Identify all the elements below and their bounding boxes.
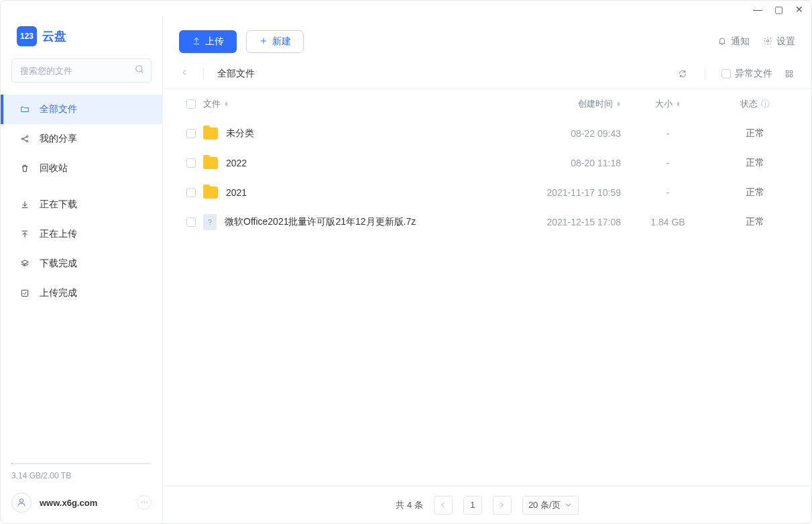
more-button[interactable]: ⋯ — [137, 495, 152, 510]
search-icon[interactable] — [134, 64, 145, 77]
gear-icon — [763, 36, 772, 48]
refresh-button[interactable] — [677, 68, 689, 80]
row-checkbox[interactable] — [186, 158, 196, 168]
sort-icon: ▲▼ — [676, 101, 681, 107]
sidebar-item-label: 正在上传 — [40, 228, 77, 240]
row-checkbox[interactable] — [186, 188, 196, 197]
top-toolbar: 上传 新建 通知 设置 — [163, 17, 811, 58]
sidebar-item-label: 全部文件 — [40, 103, 77, 115]
upload-button[interactable]: 上传 — [179, 30, 237, 53]
sidebar-item-label: 回收站 — [40, 162, 68, 174]
table-row[interactable]: 202208-20 11:18-正常 — [163, 148, 811, 178]
upload-icon — [192, 36, 201, 48]
abnormal-label: 异常文件 — [735, 68, 772, 80]
avatar-icon[interactable] — [11, 492, 32, 513]
table-row[interactable]: ?微软Office2021批量许可版21年12月更新版.7z2021-12-15… — [163, 207, 811, 237]
new-button[interactable]: 新建 — [246, 30, 304, 53]
table-row[interactable]: 未分类08-22 09:43-正常 — [163, 119, 811, 148]
page-size-select[interactable]: 20 条/页 — [522, 496, 579, 515]
user-row: www.x6g.com ⋯ — [11, 492, 152, 513]
settings-button[interactable]: 设置 — [763, 36, 795, 48]
sidebar: 123 云盘 全部文件我的分享回收站正在下载正在上传下载完成上传完成 3.14 … — [1, 17, 163, 523]
col-size[interactable]: 大小▲▼ — [621, 98, 715, 110]
minimize-button[interactable]: — — [753, 4, 762, 15]
storage-bar — [11, 463, 152, 464]
folder-icon — [203, 157, 218, 169]
next-page-button[interactable] — [493, 496, 512, 515]
sidebar-item-label: 我的分享 — [40, 133, 77, 145]
sidebar-item-2[interactable]: 回收站 — [1, 154, 162, 183]
divider — [705, 68, 705, 80]
help-icon: ⓘ — [761, 98, 770, 110]
notify-label: 通知 — [731, 36, 750, 48]
col-date[interactable]: 创建时间▲▼ — [500, 98, 621, 110]
file-name: 2022 — [226, 158, 247, 168]
svg-point-1 — [21, 138, 23, 140]
sidebar-item-4[interactable]: 正在上传 — [1, 219, 162, 249]
sidebar-item-0[interactable]: 全部文件 — [1, 95, 162, 124]
file-status: 正常 — [715, 216, 795, 228]
back-button[interactable] — [179, 67, 190, 81]
upload-done-icon — [19, 288, 30, 299]
file-date: 08-22 09:43 — [500, 128, 621, 139]
col-name[interactable]: 文件▲▼ — [203, 98, 500, 110]
file-date: 2021-12-15 17:08 — [500, 217, 621, 227]
svg-point-5 — [19, 499, 23, 503]
svg-point-2 — [26, 136, 27, 137]
file-icon: ? — [203, 214, 217, 230]
sidebar-item-3[interactable]: 正在下载 — [1, 190, 162, 219]
window-controls: — ▢ ✕ — [1, 1, 811, 17]
sub-toolbar: 全部文件 异常文件 — [163, 58, 811, 89]
brand-name: 云盘 — [42, 28, 66, 44]
file-status: 正常 — [715, 187, 795, 199]
divider — [203, 68, 204, 80]
upload-label: 上传 — [205, 36, 224, 48]
file-status: 正常 — [715, 157, 795, 169]
abnormal-checkbox[interactable] — [721, 69, 731, 78]
close-button[interactable]: ✕ — [795, 4, 803, 15]
table-header: 文件▲▼ 创建时间▲▼ 大小▲▼ 状态 ⓘ — [163, 89, 811, 119]
file-name: 2021 — [226, 187, 247, 198]
maximize-button[interactable]: ▢ — [774, 4, 783, 15]
folder-icon — [203, 127, 218, 140]
notify-button[interactable]: 通知 — [717, 36, 750, 48]
trash-icon — [19, 163, 30, 174]
svg-rect-9 — [786, 74, 789, 77]
abnormal-filter[interactable]: 异常文件 — [721, 68, 772, 80]
sidebar-item-1[interactable]: 我的分享 — [1, 124, 162, 154]
plus-icon — [259, 36, 268, 48]
file-name: 微软Office2021批量许可版21年12月更新版.7z — [225, 216, 416, 228]
table-row[interactable]: 20212021-11-17 10:59-正常 — [163, 178, 811, 207]
row-checkbox[interactable] — [186, 217, 196, 227]
svg-point-3 — [26, 140, 27, 142]
prev-page-button[interactable] — [434, 496, 453, 515]
search-input-wrap — [11, 58, 152, 83]
brand-logo-icon: 123 — [17, 26, 37, 46]
svg-rect-7 — [786, 70, 789, 73]
select-all-checkbox[interactable] — [186, 99, 196, 109]
folder-icon — [19, 104, 30, 115]
svg-rect-10 — [790, 74, 793, 77]
svg-rect-4 — [21, 290, 27, 296]
sort-icon: ▲▼ — [616, 101, 621, 107]
row-checkbox[interactable] — [186, 129, 196, 138]
svg-rect-8 — [790, 70, 793, 73]
sidebar-item-5[interactable]: 下载完成 — [1, 249, 162, 278]
pagination: 共 4 条 1 20 条/页 — [163, 486, 811, 523]
file-size: - — [621, 187, 715, 198]
breadcrumb[interactable]: 全部文件 — [217, 68, 255, 80]
sidebar-item-label: 正在下载 — [40, 199, 77, 211]
username: www.x6g.com — [40, 498, 97, 508]
chevron-down-icon — [564, 501, 573, 509]
file-date: 08-20 11:18 — [500, 158, 621, 168]
settings-label: 设置 — [776, 36, 795, 48]
current-page[interactable]: 1 — [463, 496, 482, 515]
sidebar-item-6[interactable]: 上传完成 — [1, 278, 162, 308]
grid-view-button[interactable] — [783, 68, 795, 80]
page-size-label: 20 条/页 — [528, 499, 561, 511]
svg-point-6 — [766, 40, 769, 42]
sidebar-item-label: 上传完成 — [40, 287, 77, 299]
upload-icon — [19, 229, 30, 240]
col-status: 状态 ⓘ — [715, 98, 795, 110]
search-input[interactable] — [11, 58, 152, 83]
